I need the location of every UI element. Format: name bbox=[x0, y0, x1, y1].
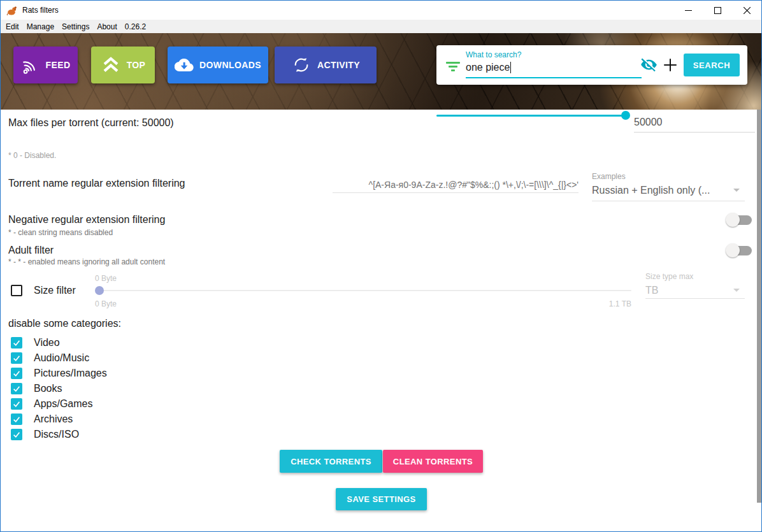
search-label: What to search? bbox=[466, 50, 521, 59]
close-button[interactable] bbox=[732, 1, 761, 20]
menu-version: 0.26.2 bbox=[125, 22, 146, 31]
category-label-books: Books bbox=[34, 383, 62, 394]
max-files-input-underline bbox=[634, 132, 755, 133]
hero-header: FEED TOP DOWNLOADS bbox=[1, 33, 761, 110]
maximize-button[interactable] bbox=[703, 1, 732, 20]
category-label-discs: Discs/ISO bbox=[34, 429, 79, 440]
search-input[interactable]: one piece bbox=[466, 62, 511, 73]
downloads-button-label: DOWNLOADS bbox=[199, 60, 261, 70]
category-checkbox-pictures[interactable] bbox=[11, 368, 22, 379]
search-button[interactable]: SEARCH bbox=[684, 54, 740, 76]
search-card: What to search? one piece SEARCH bbox=[436, 45, 747, 85]
top-button[interactable]: TOP bbox=[91, 47, 155, 83]
add-plus-icon[interactable] bbox=[662, 57, 679, 73]
toggle-thumb bbox=[726, 213, 740, 227]
menu-settings[interactable]: Settings bbox=[62, 22, 89, 31]
window-controls bbox=[673, 1, 761, 20]
negative-regex-note: * - clean string means disabled bbox=[8, 228, 113, 237]
downloads-button[interactable]: DOWNLOADS bbox=[168, 47, 268, 83]
size-type-dropdown-arrow-icon[interactable] bbox=[733, 289, 740, 292]
category-checkbox-books[interactable] bbox=[11, 383, 22, 394]
top-button-label: TOP bbox=[127, 60, 146, 70]
menu-bar: Edit Manage Settings About 0.26.2 bbox=[1, 20, 761, 33]
examples-select-underline bbox=[592, 201, 745, 201]
max-files-note: * 0 - Disabled. bbox=[8, 151, 56, 160]
save-settings-button[interactable]: SAVE SETTINGS bbox=[336, 488, 427, 510]
category-label-apps: Apps/Games bbox=[34, 398, 92, 410]
size-type-select[interactable]: TB bbox=[645, 285, 658, 296]
regex-examples-select[interactable]: Russian + English only (... bbox=[592, 185, 732, 196]
max-files-value-input[interactable]: 50000 bbox=[634, 117, 663, 128]
name-regex-label: Torrent name regular extension filtering bbox=[8, 178, 185, 189]
size-max-label: 1.1 TB bbox=[587, 299, 631, 308]
activity-button[interactable]: ACTIVITY bbox=[275, 47, 377, 83]
category-checkbox-discs[interactable] bbox=[11, 429, 22, 440]
title-bar: Rats filters bbox=[1, 1, 761, 20]
eye-off-icon[interactable] bbox=[640, 56, 658, 73]
size-filter-checkbox[interactable] bbox=[11, 285, 22, 296]
menu-manage[interactable]: Manage bbox=[27, 22, 54, 31]
category-checkbox-archives[interactable] bbox=[11, 413, 22, 425]
max-files-label: Max files per torrent (current: 50000) bbox=[8, 117, 174, 129]
activity-button-label: ACTIVITY bbox=[317, 60, 360, 70]
negative-regex-toggle[interactable] bbox=[726, 213, 754, 227]
double-chevron-up-icon bbox=[101, 55, 121, 75]
adult-filter-label: Adult filter bbox=[8, 245, 54, 256]
category-label-video: Video bbox=[34, 337, 60, 349]
adult-filter-note: * - * - enabled means ignoring all adult… bbox=[8, 257, 165, 266]
window-title: Rats filters bbox=[22, 6, 59, 15]
rss-feed-icon bbox=[20, 54, 41, 76]
check-torrents-button[interactable]: CHECK TORRENTS bbox=[280, 450, 382, 473]
category-label-pictures: Pictures/Images bbox=[34, 368, 107, 379]
vertical-scrollbar[interactable] bbox=[757, 110, 761, 503]
size-type-underline bbox=[645, 298, 745, 299]
max-files-slider-track[interactable] bbox=[436, 115, 626, 117]
size-type-label: Size type max bbox=[645, 272, 693, 281]
cloud-download-icon bbox=[175, 55, 194, 75]
name-regex-input[interactable]: ^[А-Яа-я0-9A-Za-z.!@?#"$%&:;() *\+,\/;\-… bbox=[268, 180, 579, 190]
search-input-underline bbox=[466, 77, 642, 78]
clean-torrents-button[interactable]: CLEAN TORRENTS bbox=[383, 450, 483, 473]
feed-button[interactable]: FEED bbox=[13, 47, 78, 83]
negative-regex-label: Negative regular extension filtering bbox=[8, 214, 165, 226]
name-regex-underline bbox=[333, 192, 579, 193]
category-label-archives: Archives bbox=[34, 413, 73, 425]
menu-edit[interactable]: Edit bbox=[6, 22, 19, 31]
size-min-label: 0 Byte bbox=[95, 299, 117, 308]
menu-about[interactable]: About bbox=[97, 22, 117, 31]
toggle-thumb bbox=[726, 243, 740, 257]
max-files-slider-thumb[interactable] bbox=[621, 111, 630, 120]
regex-examples-label: Examples bbox=[592, 172, 626, 181]
category-label-audio: Audio/Music bbox=[34, 352, 89, 364]
category-checkbox-apps[interactable] bbox=[11, 398, 22, 410]
size-filter-label: Size filter bbox=[34, 285, 76, 296]
filter-icon[interactable] bbox=[445, 61, 461, 73]
text-caret bbox=[510, 62, 511, 73]
sync-circle-icon bbox=[291, 55, 312, 75]
category-checkbox-audio[interactable] bbox=[11, 352, 22, 364]
app-window: Rats filters Edit Manage Settings About … bbox=[0, 0, 762, 532]
minimize-button[interactable] bbox=[673, 1, 703, 20]
adult-filter-toggle[interactable] bbox=[726, 243, 754, 257]
size-slider-track[interactable] bbox=[95, 290, 631, 291]
categories-header: disable some categories: bbox=[8, 318, 121, 329]
feed-button-label: FEED bbox=[46, 60, 71, 70]
category-checkbox-video[interactable] bbox=[11, 337, 22, 349]
examples-dropdown-arrow-icon[interactable] bbox=[733, 189, 740, 192]
size-current-label: 0 Byte bbox=[95, 274, 117, 283]
size-slider-thumb[interactable] bbox=[95, 286, 104, 295]
rat-icon bbox=[6, 5, 17, 16]
